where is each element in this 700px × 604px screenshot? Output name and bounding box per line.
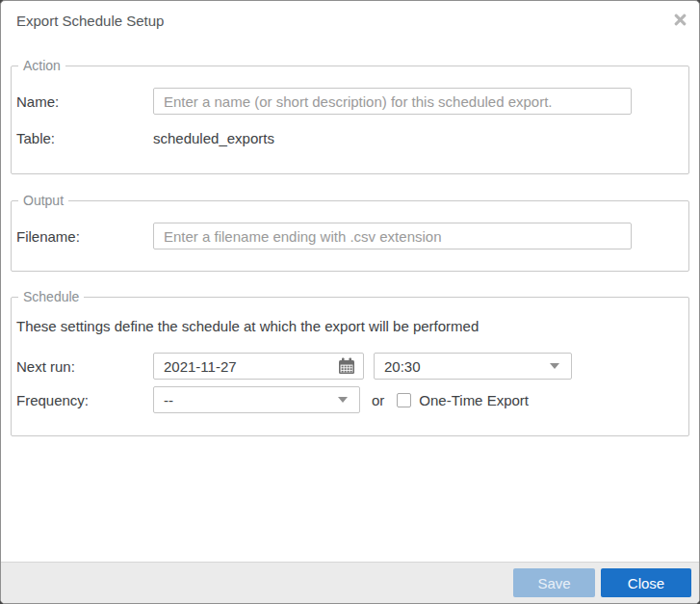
- name-input[interactable]: [153, 88, 632, 115]
- name-label: Name:: [16, 93, 153, 110]
- one-time-label: One-Time Export: [419, 392, 529, 408]
- next-run-date-input[interactable]: [154, 358, 330, 375]
- calendar-icon: [337, 356, 356, 376]
- next-run-date-field[interactable]: [153, 353, 364, 380]
- table-row: Table: scheduled_exports: [16, 128, 675, 147]
- schedule-section: Schedule These settings define the sched…: [11, 289, 689, 436]
- export-schedule-dialog: Export Schedule Setup Action Name: Table…: [0, 0, 700, 604]
- action-section: Action Name: Table: scheduled_exports: [11, 58, 689, 174]
- one-time-checkbox[interactable]: [397, 393, 411, 407]
- filename-input[interactable]: [153, 223, 632, 249]
- table-label: Table:: [16, 130, 153, 146]
- action-legend: Action: [18, 58, 65, 73]
- dialog-title: Export Schedule Setup: [16, 13, 164, 29]
- frequency-select[interactable]: --: [153, 386, 360, 413]
- filename-label: Filename:: [16, 228, 153, 245]
- calendar-button[interactable]: [330, 354, 363, 379]
- next-run-label: Next run:: [16, 358, 153, 375]
- schedule-legend: Schedule: [18, 289, 84, 304]
- dialog-footer: Save Close: [1, 562, 699, 603]
- filename-row: Filename:: [16, 223, 675, 249]
- table-value: scheduled_exports: [153, 130, 274, 146]
- next-run-row: Next run:: [16, 353, 675, 380]
- next-run-time-select[interactable]: 20:30: [374, 353, 572, 380]
- frequency-row: Frequency: -- or One-Time Export: [16, 386, 675, 413]
- or-label: or: [372, 392, 384, 408]
- close-button-footer[interactable]: Close: [601, 568, 691, 597]
- save-button[interactable]: Save: [513, 568, 595, 597]
- schedule-description: These settings define the schedule at wh…: [16, 318, 675, 334]
- close-button[interactable]: [671, 11, 688, 28]
- next-run-time-value: 20:30: [384, 358, 421, 375]
- frequency-label: Frequency:: [16, 392, 153, 408]
- output-section: Output Filename:: [11, 193, 689, 272]
- output-legend: Output: [18, 193, 68, 208]
- frequency-value: --: [164, 392, 173, 408]
- chevron-down-icon: [338, 397, 348, 403]
- name-row: Name:: [16, 88, 675, 115]
- chevron-down-icon: [550, 363, 559, 369]
